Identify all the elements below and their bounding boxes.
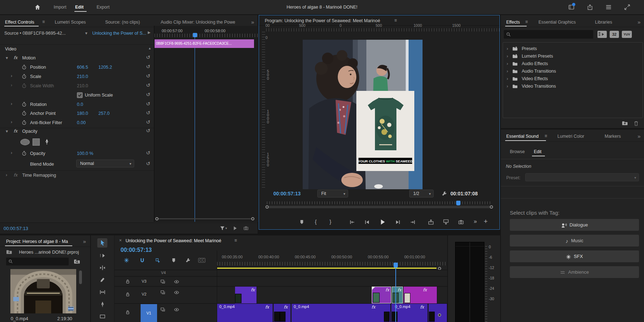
step-forward-icon[interactable] [395, 219, 401, 225]
extract-icon[interactable] [443, 219, 449, 225]
opacity-group-label[interactable]: Opacity [22, 129, 37, 134]
ec-clip-bar[interactable]: 0B8F1CF8-9695-4251-B2FE-FACE0CDA3CE... [155, 39, 254, 48]
transport-more-icon[interactable]: » [474, 218, 477, 225]
timeline-panel-menu-icon[interactable]: ≡ [234, 238, 237, 243]
subtab-browse[interactable]: Browse [510, 149, 525, 154]
anchor-label[interactable]: Anchor Point [30, 111, 56, 116]
captions-cc-icon[interactable]: CC [198, 258, 205, 263]
effects-search-box[interactable] [504, 30, 593, 39]
opacity-stopwatch-icon[interactable] [21, 151, 27, 156]
anchor-reset-icon[interactable]: ↺ [146, 110, 150, 116]
mark-in-icon[interactable]: { [315, 219, 317, 225]
opacity-value[interactable]: 100.0 % [77, 151, 93, 156]
track-v3-output-icon[interactable] [174, 279, 179, 284]
rotation-value[interactable]: 0.0 [77, 102, 83, 107]
keyframe-area[interactable] [154, 26, 258, 222]
track-v1-lock-icon[interactable] [125, 310, 130, 315]
antiflicker-reset-icon[interactable]: ↺ [146, 119, 150, 125]
linked-selection-icon[interactable] [155, 258, 161, 263]
blend-mode-dropdown[interactable]: Normal ▾ [76, 160, 134, 167]
anchor-y-value[interactable]: 257.0 [98, 111, 109, 116]
position-stopwatch-icon[interactable] [21, 64, 27, 70]
delete-bin-icon[interactable] [633, 121, 639, 126]
position-label[interactable]: Position [30, 65, 46, 70]
v2-clip-4[interactable]: fx [404, 287, 437, 303]
tool-ripple-edit[interactable] [97, 263, 107, 273]
tab-effects[interactable]: Effects [506, 20, 520, 25]
scale-value[interactable]: 210.0 [77, 74, 88, 79]
new-custom-bin-icon[interactable] [622, 120, 628, 126]
v2-clip-3-selected[interactable]: fx [392, 287, 403, 303]
snap-magnet-icon[interactable] [140, 258, 145, 263]
project-clip-name[interactable]: 0_0.mp4 [11, 316, 28, 321]
blend-reset-icon[interactable]: ↺ [146, 161, 150, 166]
play-button[interactable] [379, 219, 386, 225]
opacity-label[interactable]: Opacity [30, 151, 45, 156]
ellipse-mask-icon[interactable] [20, 139, 30, 145]
effects-more-tabs-icon[interactable]: » [638, 19, 640, 25]
folder-expand-icon[interactable]: › [507, 46, 508, 51]
track-v3-label[interactable]: V3 [142, 279, 146, 283]
ec-zoom-handle-right[interactable] [251, 217, 254, 220]
pen-mask-icon[interactable] [44, 138, 50, 145]
fullscreen-icon[interactable] [624, 4, 630, 10]
subtab-edit[interactable]: Edit [534, 149, 542, 154]
tool-razor[interactable] [97, 275, 107, 285]
tab-project[interactable]: Project: Heroes of algae 8 - Ma [6, 239, 68, 244]
track-v3-lock-icon[interactable] [125, 279, 130, 284]
scrubber-handle-right[interactable] [490, 205, 493, 209]
antiflicker-label[interactable]: Anti-flicker Filter [30, 120, 62, 125]
v1-clip-4[interactable]: 0_0.mp4 fx [391, 304, 428, 322]
snapshot-icon[interactable] [243, 225, 249, 231]
scale-label[interactable]: Scale [30, 74, 41, 79]
project-search-box[interactable] [6, 258, 69, 265]
opacity-group-reset-icon[interactable]: ↺ [146, 128, 150, 133]
scale-reset-icon[interactable]: ↺ [146, 73, 150, 79]
ec-playhead-line[interactable] [195, 36, 195, 222]
tab-effect-controls[interactable]: Effect Controls [5, 20, 34, 25]
project-up-folder-icon[interactable] [6, 249, 12, 255]
program-timecode[interactable]: 00:00:57:13 [273, 191, 301, 196]
timeline-playhead-line[interactable] [395, 267, 396, 322]
step-back-icon[interactable] [364, 219, 370, 225]
folder-row-audio-effects[interactable]: › Audio Effects [504, 60, 640, 68]
project-clip-thumbnail[interactable] [10, 269, 76, 313]
v2-clip-1[interactable]: fx [235, 287, 257, 303]
clip-select-chevron-icon[interactable]: ▾ [85, 30, 87, 36]
program-playhead-marker[interactable] [456, 201, 460, 205]
motion-reset-icon[interactable]: ↺ [146, 54, 150, 60]
workspace-switcher-icon[interactable] [568, 4, 575, 10]
scrubber-handle-left[interactable] [265, 205, 269, 209]
project-scrollbar[interactable] [79, 270, 82, 284]
accelerated-effects-badge[interactable] [597, 31, 607, 38]
position-y-value[interactable]: 1205.2 [98, 65, 112, 70]
position-reset-icon[interactable]: ↺ [146, 64, 150, 69]
tag-button-dialogue[interactable]: Dialogue [510, 219, 639, 231]
scale-stopwatch-icon[interactable] [21, 74, 27, 79]
tool-rectangle[interactable] [97, 312, 107, 321]
bin-search-icon[interactable] [74, 258, 80, 265]
program-scrubber-track[interactable] [267, 206, 492, 208]
anchor-x-value[interactable]: 180.0 [77, 111, 88, 116]
opacity-fx-icon[interactable]: fx [14, 128, 18, 133]
rotation-stopwatch-icon[interactable] [21, 102, 27, 107]
clip-flyout-icon[interactable]: ▶ [148, 30, 151, 34]
effects-panel-menu-icon[interactable]: ≡ [525, 19, 528, 24]
folder-expand-icon[interactable]: › [507, 54, 508, 59]
track-v2-source-icon[interactable] [160, 290, 165, 295]
track-v1-source-patch[interactable]: V1 [141, 304, 157, 322]
program-video-frame[interactable]: YOUR CLOTHES WITH SEAWEED [303, 40, 423, 189]
add-button-icon[interactable]: + [484, 218, 488, 225]
tab-lumetri-scopes[interactable]: Lumetri Scopes [55, 20, 86, 25]
uniform-scale-label[interactable]: Uniform Scale [85, 93, 113, 98]
folder-expand-icon[interactable]: › [507, 84, 508, 89]
play-only-audio-icon[interactable] [233, 226, 238, 231]
anchor-stopwatch-icon[interactable] [21, 111, 27, 116]
track-v2-lock-icon[interactable] [125, 292, 130, 297]
export-frame-icon[interactable] [458, 219, 464, 225]
tag-button-ambience[interactable]: Ambience [510, 266, 639, 278]
tab-lumetri-color[interactable]: Lumetri Color [557, 134, 584, 139]
opacity-collapse-icon[interactable]: ▾ [6, 128, 8, 134]
fit-dropdown[interactable]: Fit ▾ [317, 190, 348, 197]
opacity-reset-icon[interactable]: ↺ [146, 150, 150, 156]
